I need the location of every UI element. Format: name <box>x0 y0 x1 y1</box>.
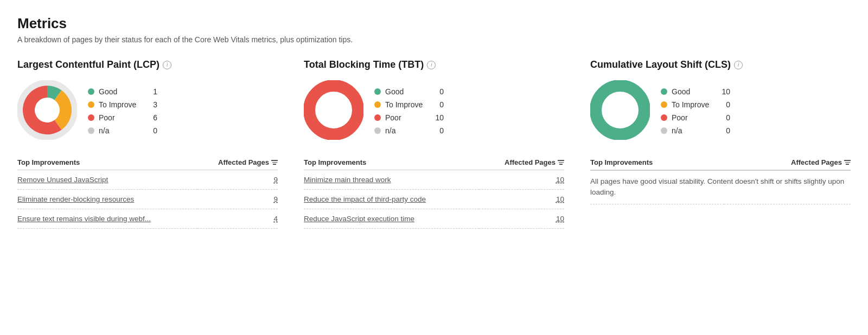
donut-chart-tbt <box>304 80 363 142</box>
improvement-label-tbt-2[interactable]: Reduce JavaScript execution time <box>304 209 479 229</box>
legend-value-cls-2: 0 <box>719 113 730 122</box>
legend-item-cls-2: Poor 0 <box>661 113 730 122</box>
metric-section-cls: Cumulative Layout Shift (CLS) i Good 10 … <box>590 59 851 229</box>
info-icon-lcp[interactable]: i <box>163 61 171 69</box>
col-improvements-lcp: Top Improvements <box>17 155 197 170</box>
improvements-table-lcp: Top Improvements Affected Pages Remove U… <box>17 155 278 229</box>
legend-value-lcp-3: 0 <box>146 126 157 135</box>
legend-value-tbt-3: 0 <box>433 126 444 135</box>
metric-title-text-lcp: Largest Contentful Paint (LCP) <box>17 59 159 70</box>
metric-title-lcp: Largest Contentful Paint (LCP) i <box>17 59 278 70</box>
legend-label-lcp-0: Good <box>99 87 142 96</box>
col-pages-cls[interactable]: Affected Pages <box>724 155 851 170</box>
improvement-pages-tbt-0[interactable]: 10 <box>479 170 564 190</box>
filter-icon-cls[interactable] <box>844 160 851 165</box>
col-pages-tbt[interactable]: Affected Pages <box>479 155 564 170</box>
filter-icon-lcp[interactable] <box>271 160 278 165</box>
metric-title-cls: Cumulative Layout Shift (CLS) i <box>590 59 851 70</box>
affected-pages-label-tbt: Affected Pages <box>505 158 556 166</box>
legend-label-lcp-3: n/a <box>99 126 142 135</box>
col-improvements-cls: Top Improvements <box>590 155 724 170</box>
legend-label-cls-1: To Improve <box>672 100 715 109</box>
improvement-label-lcp-2[interactable]: Ensure text remains visible during webf.… <box>17 209 197 229</box>
legend-item-tbt-0: Good 0 <box>374 87 444 96</box>
legend-item-lcp-0: Good 1 <box>88 87 157 96</box>
legend-label-tbt-2: Poor <box>385 113 429 122</box>
page-subtitle: A breakdown of pages by their status for… <box>17 35 851 44</box>
page-title: Metrics <box>17 15 851 32</box>
legend-cls: Good 10 To Improve 0 Poor 0 n/a 0 <box>661 87 730 135</box>
legend-value-lcp-1: 3 <box>146 100 157 109</box>
improvement-pages-lcp-1[interactable]: 9 <box>197 190 278 209</box>
metric-title-text-cls: Cumulative Layout Shift (CLS) <box>590 59 731 70</box>
chart-legend-row-cls: Good 10 To Improve 0 Poor 0 n/a 0 <box>590 80 851 142</box>
legend-dot-lcp-0 <box>88 88 94 95</box>
legend-value-tbt-0: 0 <box>433 87 444 96</box>
legend-item-cls-0: Good 10 <box>661 87 730 96</box>
legend-item-tbt-3: n/a 0 <box>374 126 444 135</box>
legend-item-cls-1: To Improve 0 <box>661 100 730 109</box>
legend-item-lcp-3: n/a 0 <box>88 126 157 135</box>
info-icon-tbt[interactable]: i <box>427 61 436 69</box>
metric-title-tbt: Total Blocking Time (TBT) i <box>304 59 564 70</box>
legend-lcp: Good 1 To Improve 3 Poor 6 n/a 0 <box>88 87 157 135</box>
legend-value-cls-1: 0 <box>719 100 730 109</box>
improvement-row-tbt-0: Minimize main thread work 10 <box>304 170 564 190</box>
filter-icon-tbt[interactable] <box>558 160 564 165</box>
legend-dot-tbt-3 <box>374 127 381 134</box>
legend-dot-lcp-2 <box>88 114 94 121</box>
improvement-pages-lcp-2[interactable]: 4 <box>197 209 278 229</box>
legend-item-lcp-1: To Improve 3 <box>88 100 157 109</box>
metric-title-text-tbt: Total Blocking Time (TBT) <box>304 59 424 70</box>
legend-dot-cls-3 <box>661 127 667 134</box>
improvement-row-lcp-2: Ensure text remains visible during webf.… <box>17 209 278 229</box>
legend-dot-tbt-0 <box>374 88 381 95</box>
metric-section-lcp: Largest Contentful Paint (LCP) i Good 1 … <box>17 59 278 229</box>
legend-label-tbt-1: To Improve <box>385 100 429 109</box>
legend-label-lcp-1: To Improve <box>99 100 142 109</box>
legend-label-lcp-2: Poor <box>99 113 142 122</box>
legend-dot-tbt-2 <box>374 114 381 121</box>
improvements-table-tbt: Top Improvements Affected Pages Minimize… <box>304 155 564 229</box>
legend-label-tbt-0: Good <box>385 87 429 96</box>
improvement-row-lcp-0: Remove Unused JavaScript 9 <box>17 170 278 190</box>
affected-pages-label-lcp: Affected Pages <box>218 158 269 166</box>
legend-dot-lcp-3 <box>88 127 94 134</box>
legend-label-cls-0: Good <box>672 87 715 96</box>
metric-section-tbt: Total Blocking Time (TBT) i Good 0 To Im… <box>304 59 564 229</box>
improvement-label-lcp-0[interactable]: Remove Unused JavaScript <box>17 170 197 190</box>
improvement-label-tbt-0[interactable]: Minimize main thread work <box>304 170 479 190</box>
legend-dot-cls-2 <box>661 114 667 121</box>
info-icon-cls[interactable]: i <box>734 61 743 69</box>
metrics-grid: Largest Contentful Paint (LCP) i Good 1 … <box>17 59 851 229</box>
legend-dot-cls-1 <box>661 101 667 108</box>
affected-pages-label-cls: Affected Pages <box>791 158 842 166</box>
improvement-label-tbt-1[interactable]: Reduce the impact of third-party code <box>304 190 479 209</box>
legend-tbt: Good 0 To Improve 0 Poor 10 n/a 0 <box>374 87 444 135</box>
donut-chart-cls <box>590 80 650 142</box>
improvement-pages-lcp-0[interactable]: 9 <box>197 170 278 190</box>
legend-value-cls-0: 10 <box>719 87 730 96</box>
svg-point-1 <box>36 99 59 121</box>
improvement-row-tbt-2: Reduce JavaScript execution time 10 <box>304 209 564 229</box>
donut-chart-lcp <box>17 80 77 142</box>
cls-good-message: All pages have good visual stability. Co… <box>590 171 851 204</box>
col-improvements-tbt: Top Improvements <box>304 155 479 170</box>
legend-value-tbt-1: 0 <box>433 100 444 109</box>
legend-value-lcp-0: 1 <box>146 87 157 96</box>
legend-label-tbt-3: n/a <box>385 126 429 135</box>
legend-label-cls-2: Poor <box>672 113 715 122</box>
col-pages-lcp[interactable]: Affected Pages <box>197 155 278 170</box>
improvement-pages-tbt-1[interactable]: 10 <box>479 190 564 209</box>
svg-point-7 <box>609 99 631 121</box>
improvement-pages-tbt-2[interactable]: 10 <box>479 209 564 229</box>
improvement-row-lcp-1: Eliminate render-blocking resources 9 <box>17 190 278 209</box>
chart-legend-row-lcp: Good 1 To Improve 3 Poor 6 n/a 0 <box>17 80 278 142</box>
legend-item-lcp-2: Poor 6 <box>88 113 157 122</box>
svg-point-4 <box>322 99 345 121</box>
chart-legend-row-tbt: Good 0 To Improve 0 Poor 10 n/a 0 <box>304 80 564 142</box>
legend-item-tbt-1: To Improve 0 <box>374 100 444 109</box>
legend-label-cls-3: n/a <box>672 126 715 135</box>
improvement-label-lcp-1[interactable]: Eliminate render-blocking resources <box>17 190 197 209</box>
legend-value-lcp-2: 6 <box>146 113 157 122</box>
